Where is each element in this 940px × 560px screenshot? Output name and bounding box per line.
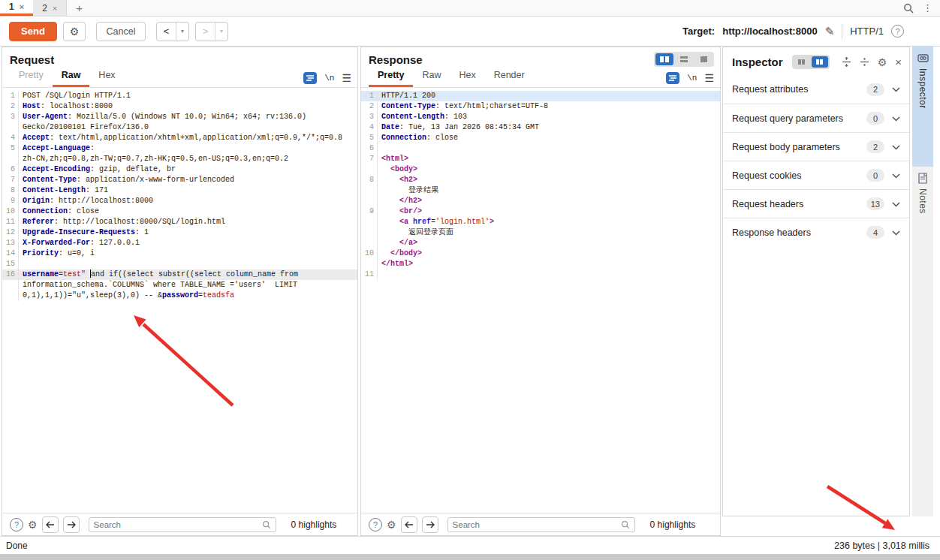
show-newlines-icon[interactable]: \n	[687, 74, 697, 83]
code-line[interactable]: 7Content-Type: application/x-www-form-ur…	[2, 175, 357, 185]
code-line[interactable]: 8 <h2>	[361, 175, 720, 185]
inspector-section-request-headers[interactable]: Request headers13	[723, 189, 909, 218]
code-line[interactable]: 6Accept-Encoding: gzip, deflate, br	[2, 164, 357, 175]
code-line[interactable]: 4Date: Tue, 13 Jan 2026 08:45:34 GMT	[361, 122, 720, 133]
code-line[interactable]: 3Content-Length: 103	[361, 112, 720, 122]
add-tab-button[interactable]: +	[67, 0, 92, 16]
chevron-down-icon[interactable]	[892, 199, 900, 209]
edit-target-pencil-icon[interactable]: ✎	[825, 25, 835, 38]
inspector-right-view-button[interactable]	[812, 56, 828, 68]
code-line[interactable]: 3User-Agent: Mozilla/5.0 (Windows NT 10.…	[2, 112, 357, 122]
cancel-button[interactable]: Cancel	[96, 22, 146, 41]
code-line[interactable]: 2Content-Type: text/html;charset=UTF-8	[361, 101, 720, 112]
code-line[interactable]: 15	[2, 259, 357, 269]
code-line[interactable]: 7<html>	[361, 154, 720, 164]
pretty-print-icon[interactable]	[666, 72, 679, 84]
code-line[interactable]: 16username=test" and if((select substr((…	[2, 269, 357, 280]
code-line[interactable]: </a>	[361, 238, 720, 248]
inspector-close-icon[interactable]: ×	[895, 56, 902, 68]
request-search-input[interactable]	[94, 520, 262, 529]
chevron-down-icon[interactable]	[892, 170, 900, 181]
code-line[interactable]: 5Accept-Language:	[2, 143, 357, 154]
close-tab-icon[interactable]: ×	[20, 2, 24, 11]
code-line[interactable]: 13X-Forwarded-For: 127.0.0.1	[2, 238, 357, 248]
search-settings-gear-icon[interactable]: ⚙	[387, 519, 396, 531]
chevron-down-icon[interactable]	[892, 227, 900, 238]
code-line[interactable]: 0,1),1,1))="u",sleep(3),0) -- &password=…	[2, 291, 357, 301]
single-layout-button[interactable]	[694, 53, 713, 65]
code-line[interactable]: Gecko/20100101 Firefox/136.0	[2, 122, 357, 133]
search-help-icon[interactable]: ?	[10, 518, 23, 531]
search-icon[interactable]	[903, 3, 914, 14]
chevron-down-icon[interactable]	[892, 113, 900, 124]
response-editor[interactable]: 1HTTP/1.1 2002Content-Type: text/html;ch…	[361, 88, 720, 513]
code-line[interactable]: 14Priority: u=0, i	[2, 248, 357, 259]
inspector-left-view-button[interactable]	[794, 56, 810, 68]
code-line[interactable]: 10 </body>	[361, 248, 720, 259]
prev-match-arrow-icon[interactable]	[401, 516, 417, 533]
code-line[interactable]: 9Origin: http://localhost:8000	[2, 196, 357, 206]
response-search-input[interactable]	[453, 520, 621, 529]
next-match-arrow-icon[interactable]	[63, 516, 80, 533]
code-line[interactable]: 8Content-Length: 171	[2, 185, 357, 196]
inspector-settings-gear-icon[interactable]: ⚙	[878, 56, 887, 68]
collapse-all-icon[interactable]	[860, 57, 869, 67]
code-line[interactable]: 5Connection: close	[361, 133, 720, 143]
code-line[interactable]: 4Accept: text/html,application/xhtml+xml…	[2, 133, 357, 143]
inspector-section-request-body-parameters[interactable]: Request body parameters2	[723, 132, 909, 161]
code-line[interactable]: 11	[361, 269, 720, 280]
chevron-down-icon[interactable]	[892, 142, 900, 152]
code-line[interactable]: 返回登录页面	[361, 227, 720, 238]
send-settings-gear-icon[interactable]: ⚙	[63, 22, 86, 41]
code-line[interactable]: </html>	[361, 259, 720, 269]
document-tab-1[interactable]: 1×	[0, 0, 33, 16]
send-button[interactable]: Send	[9, 22, 57, 41]
next-match-arrow-icon[interactable]	[422, 516, 438, 533]
response-menu-icon[interactable]: ☰	[704, 72, 714, 84]
code-line[interactable]: 6	[361, 143, 720, 154]
document-tab-2[interactable]: 2×	[33, 0, 67, 16]
rows-layout-button[interactable]	[675, 53, 693, 65]
code-line[interactable]: 9 <br/>	[361, 206, 720, 217]
code-line[interactable]: <a href='login.html'>	[361, 217, 720, 227]
http-version[interactable]: HTTP/1	[850, 26, 884, 37]
response-tab-pretty[interactable]: Pretty	[369, 67, 413, 87]
side-tab-notes[interactable]: Notes	[912, 167, 933, 257]
request-tab-hex[interactable]: Hex	[89, 67, 124, 87]
expand-all-icon[interactable]	[842, 57, 851, 67]
response-tab-hex[interactable]: Hex	[450, 67, 484, 87]
close-tab-icon[interactable]: ×	[53, 4, 57, 13]
forward-button[interactable]: >▾	[195, 22, 228, 41]
show-newlines-icon[interactable]: \n	[324, 74, 334, 83]
request-tab-raw[interactable]: Raw	[53, 67, 90, 87]
request-menu-icon[interactable]: ☰	[342, 72, 351, 84]
code-line[interactable]: 2Host: localhost:8000	[2, 101, 357, 112]
search-help-icon[interactable]: ?	[369, 518, 382, 531]
chevron-down-icon[interactable]	[892, 84, 900, 95]
code-line[interactable]: 1POST /SQL/login HTTP/1.1	[2, 91, 357, 101]
help-icon[interactable]: ?	[891, 25, 904, 38]
pretty-print-icon[interactable]	[303, 72, 317, 84]
back-button[interactable]: <▾	[156, 22, 189, 41]
code-line[interactable]: 11Referer: http://localhost:8000/SQL/log…	[2, 217, 357, 227]
inspector-section-request-attributes[interactable]: Request attributes2	[723, 75, 909, 104]
inspector-section-request-cookies[interactable]: Request cookies0	[723, 161, 909, 189]
inspector-section-request-query-parameters[interactable]: Request query parameters0	[723, 104, 909, 132]
side-tab-inspector[interactable]: Inspector	[912, 47, 933, 167]
code-line[interactable]: information_schema.`COLUMNS` where TABLE…	[2, 280, 357, 291]
code-line[interactable]: 1HTTP/1.1 200	[361, 91, 720, 101]
code-line[interactable]: 10Connection: close	[2, 206, 357, 217]
code-line[interactable]: 12Upgrade-Insecure-Requests: 1	[2, 227, 357, 238]
search-settings-gear-icon[interactable]: ⚙	[28, 519, 38, 531]
request-editor[interactable]: 1POST /SQL/login HTTP/1.12Host: localhos…	[2, 88, 357, 513]
kebab-menu-icon[interactable]: ⋮	[923, 2, 932, 14]
prev-match-arrow-icon[interactable]	[42, 516, 59, 533]
request-tab-pretty[interactable]: Pretty	[10, 67, 53, 87]
response-tab-raw[interactable]: Raw	[413, 67, 450, 87]
code-line[interactable]: <body>	[361, 164, 720, 175]
response-tab-render[interactable]: Render	[485, 67, 534, 87]
inspector-section-response-headers[interactable]: Response headers4	[723, 218, 909, 246]
code-line[interactable]: zh-CN,zh;q=0.8,zh-TW;q=0.7,zh-HK;q=0.5,e…	[2, 154, 357, 164]
code-line[interactable]: 登录结果	[361, 185, 720, 196]
columns-layout-button[interactable]	[655, 53, 673, 65]
